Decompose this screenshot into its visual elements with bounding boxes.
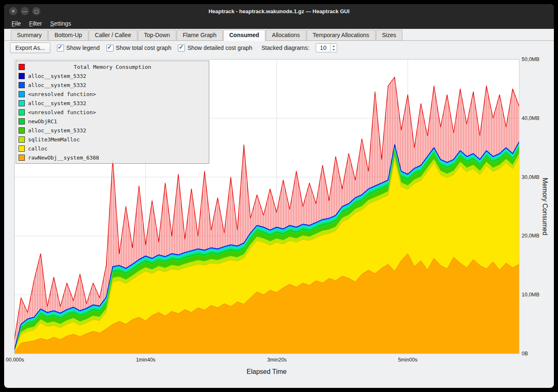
chart-legend[interactable]: Total Memory Consumption alloc__system_5… [16, 61, 209, 164]
legend-swatch [19, 100, 25, 106]
legend-swatch [19, 136, 25, 143]
menu-file[interactable]: File [7, 19, 25, 28]
checkbox-icon [178, 45, 185, 52]
legend-item: rawNewObj__system_6388 [16, 153, 209, 162]
stacked-diagrams-value: 10 [316, 44, 330, 52]
tab-caller-callee[interactable]: Caller / Callee [89, 30, 137, 40]
y-tick-40mb: 40,0MB [522, 115, 539, 121]
legend-label: <unresolved function> [28, 109, 96, 115]
legend-swatch-total [19, 64, 25, 70]
tab-summary[interactable]: Summary [11, 30, 48, 40]
legend-label: rawNewObj__system_6388 [28, 155, 99, 161]
menu-settings[interactable]: Settings [46, 19, 76, 28]
legend-swatch [19, 91, 25, 97]
legend-label: alloc__system_5332 [28, 82, 86, 88]
tab-top-down[interactable]: Top-Down [138, 30, 176, 40]
tab-flame-graph[interactable]: Flame Graph [177, 30, 223, 40]
legend-swatch [19, 155, 25, 161]
menubar: File Filter Settings [4, 18, 554, 29]
menu-filter[interactable]: Filter [25, 19, 46, 28]
x-tick-0s: 00.000s [6, 357, 24, 363]
legend-item: alloc__system_5332 [16, 99, 209, 108]
close-icon[interactable]: ✕ [9, 7, 17, 15]
legend-label: alloc__system_5332 [28, 100, 86, 106]
tab-bottom-up[interactable]: Bottom-Up [48, 30, 88, 40]
legend-item: <unresolved function> [16, 108, 209, 117]
x-tick-5min00s: 5min00s [398, 357, 417, 363]
legend-swatch [19, 118, 25, 124]
checkbox-icon [57, 45, 64, 52]
y-tick-10mb: 10,0MB [522, 292, 539, 298]
legend-label: alloc__system_5332 [28, 127, 86, 134]
checkbox-icon [106, 45, 113, 52]
maximize-icon[interactable]: ▢ [32, 7, 40, 15]
legend-label: alloc__system_5332 [28, 73, 86, 79]
legend-swatch [19, 82, 25, 88]
window-title: Heaptrack - heaptrack.wakunode.1.gz — He… [4, 8, 554, 14]
y-tick-0b: 0B [522, 351, 528, 357]
legend-title-row: Total Memory Consumption [16, 62, 209, 71]
spinbox-arrows [330, 44, 337, 52]
legend-item: sqlite3MemMalloc [16, 135, 209, 144]
tab-temporary-allocations[interactable]: Temporary Allocations [307, 30, 376, 40]
spin-down-icon[interactable] [331, 48, 337, 52]
legend-item: alloc__system_5332 [16, 71, 209, 80]
legend-swatch [19, 109, 25, 115]
show-total-cost-label: Show total cost graph [116, 45, 172, 51]
legend-item: <unresolved function> [16, 89, 209, 99]
legend-swatch [19, 73, 25, 79]
stacked-diagrams-label: Stacked diagrams: [261, 45, 309, 51]
legend-swatch [19, 146, 25, 152]
tab-consumed[interactable]: Consumed [223, 30, 265, 41]
legend-item: alloc__system_5332 [16, 80, 209, 89]
spin-up-icon[interactable] [331, 44, 337, 48]
legend-item: newObjRC1 [16, 117, 209, 126]
chart-area: 50,0MB 40,0MB 30,0MB 20,0MB 10,0MB 0B 00… [4, 55, 554, 388]
show-total-cost-checkbox[interactable]: Show total cost graph [106, 45, 172, 52]
toolbar: Export As... Show legend Show total cost… [4, 41, 554, 55]
legend-label: <unresolved function> [28, 91, 96, 97]
show-detailed-cost-label: Show detailed cost graph [187, 45, 252, 51]
x-tick-3min20s: 3min20s [267, 357, 286, 363]
minimize-icon[interactable]: — [21, 7, 29, 15]
show-legend-label: Show legend [66, 45, 100, 51]
y-axis-label: Memory Consumed [541, 178, 549, 235]
legend-item: calloc [16, 144, 209, 153]
x-axis-label: Elapsed Time [247, 368, 287, 375]
tab-bar: Summary Bottom-Up Caller / Callee Top-Do… [4, 29, 554, 41]
legend-label: calloc [28, 146, 47, 152]
x-tick-1min40s: 1min40s [136, 357, 155, 363]
legend-label: sqlite3MemMalloc [28, 136, 80, 143]
tab-allocations[interactable]: Allocations [266, 30, 306, 40]
legend-title: Total Memory Consumption [28, 64, 197, 70]
legend-item: alloc__system_5332 [16, 126, 209, 135]
legend-label: newObjRC1 [28, 118, 57, 124]
show-legend-checkbox[interactable]: Show legend [57, 45, 100, 52]
titlebar[interactable]: ✕ — ▢ Heaptrack - heaptrack.wakunode.1.g… [4, 4, 554, 18]
show-detailed-cost-checkbox[interactable]: Show detailed cost graph [178, 45, 252, 52]
y-tick-20mb: 20,0MB [522, 233, 539, 239]
y-tick-50mb: 50,0MB [522, 56, 539, 62]
export-as-button[interactable]: Export As... [10, 42, 50, 53]
stacked-diagrams-spinbox[interactable]: 10 [316, 43, 337, 52]
tab-sizes[interactable]: Sizes [376, 30, 402, 40]
app-window: ✕ — ▢ Heaptrack - heaptrack.wakunode.1.g… [4, 4, 554, 388]
legend-swatch [19, 127, 25, 134]
y-tick-30mb: 30,0MB [522, 174, 539, 180]
window-controls: ✕ — ▢ [9, 4, 40, 18]
